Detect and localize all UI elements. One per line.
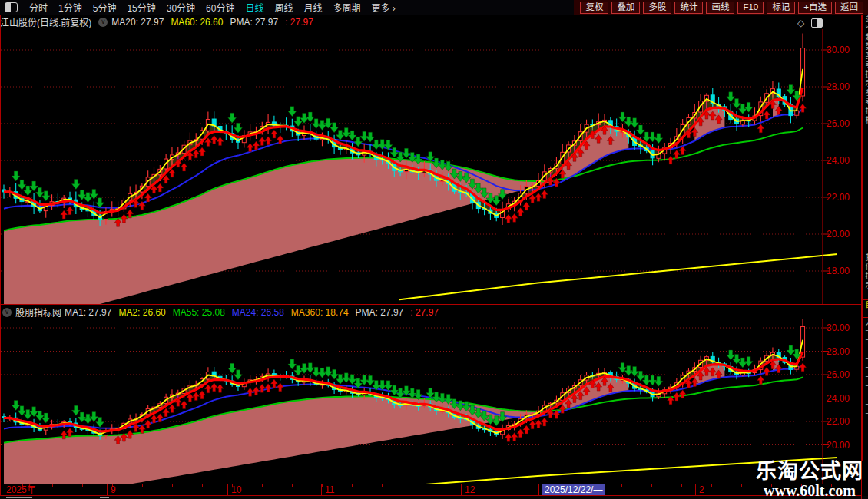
collapse-chevron-icon[interactable]: ∨: [98, 18, 108, 27]
diamond-marker-icon[interactable]: ◇: [797, 18, 804, 28]
menu-item-60分钟[interactable]: 60分钟: [206, 1, 234, 14]
menu-item-30分钟[interactable]: 30分钟: [167, 1, 195, 14]
ma-value: MA1: 27.97: [65, 307, 111, 318]
ma-value: MA24: 26.58: [232, 307, 284, 318]
price-axis-label: 30.00: [827, 322, 860, 333]
toolbar-right: 复权叠加多股统计画线F10标记+自选返回: [574, 0, 868, 15]
menu-item-分时[interactable]: 分时: [29, 1, 48, 14]
time-tick: [412, 484, 412, 487]
left-border: [0, 15, 1, 495]
watermark: 乐淘公式网 www.60lt.com: [756, 460, 863, 499]
toolbar-button-+自选[interactable]: +自选: [798, 2, 832, 14]
ma-value: MA55: 25.08: [173, 307, 225, 318]
toolbar-button-返回[interactable]: 返回: [835, 2, 863, 14]
stock-title: 江山股份(日线.前复权): [0, 15, 91, 28]
side-toolbar-segment[interactable]: 自选: [863, 300, 868, 318]
time-tick: [741, 484, 742, 487]
clipped-text: [6, 497, 32, 498]
time-tick: [382, 484, 383, 487]
time-tick: [52, 484, 53, 487]
time-axis-label: 9: [111, 484, 116, 495]
menu-item-日线[interactable]: 日线: [245, 1, 263, 14]
time-tick: [442, 484, 442, 487]
toolbar-button-F10[interactable]: F10: [737, 2, 764, 14]
time-tick: [502, 484, 502, 487]
time-tick: [651, 484, 652, 487]
menu-item-月线[interactable]: 月线: [304, 1, 323, 14]
period-menu: 分时1分钟5分钟15分钟30分钟60分钟日线周线月线多周期更多 ›: [24, 1, 401, 14]
toolbar-button-画线[interactable]: 画线: [706, 2, 734, 14]
time-separator: [695, 484, 696, 495]
window-layout-icon[interactable]: [5, 2, 18, 12]
main-chart-panel[interactable]: [0, 29, 861, 304]
time-tick: [142, 484, 143, 487]
time-axis: 2025年91011122025/12/22/—2: [0, 484, 861, 496]
ma-value: MA360: 18.74: [291, 307, 349, 318]
time-tick: [82, 484, 83, 487]
menu-item-1分钟[interactable]: 1分钟: [58, 1, 82, 14]
time-tick: [172, 484, 173, 487]
ma-value: PMA: 27.97: [356, 307, 404, 318]
right-side-toolbar: 多空趋势买卖提示参考指标其他提示自选入一一一一一一一一一一: [862, 15, 868, 461]
watermark-url: www.60lt.com: [756, 483, 863, 499]
menu-item-5分钟[interactable]: 5分钟: [93, 1, 117, 14]
price-axis-label: 26.00: [827, 118, 860, 129]
collapse-chevron-icon[interactable]: ∨: [2, 308, 12, 317]
time-tick: [322, 484, 323, 487]
price-axis-label: 18.00: [827, 266, 860, 276]
indicator-panel-title-row: ∨ 股朋指标网 MA1: 27.97MA2: 26.60MA55: 25.08M…: [0, 306, 860, 319]
time-tick: [292, 484, 293, 487]
price-axis-label: 24.00: [827, 393, 860, 404]
clipped-status-bar: [0, 496, 868, 499]
time-axis-label: 10: [231, 484, 241, 495]
trading-terminal-window: 分时1分钟5分钟15分钟30分钟60分钟日线周线月线多周期更多 › 复权叠加多股…: [0, 0, 868, 499]
menu-item-周线[interactable]: 周线: [274, 1, 293, 14]
panel-divider: [0, 304, 861, 305]
clipped-text: [100, 497, 109, 498]
price-axis-label: 22.00: [827, 192, 860, 203]
time-separator: [107, 484, 108, 495]
ma-values-row: MA1: 27.97MA2: 26.60MA55: 25.08MA24: 26.…: [65, 307, 446, 318]
price-axis-label: 20.00: [827, 440, 860, 451]
side-toolbar-segment[interactable]: 其他提示: [863, 253, 868, 300]
split-window-icon[interactable]: [811, 18, 823, 28]
toolbar-button-多股[interactable]: 多股: [643, 2, 671, 14]
price-axis-label: 24.00: [827, 155, 860, 166]
time-tick: [532, 484, 532, 487]
time-axis-label: 2: [699, 484, 704, 495]
time-tick: [202, 484, 203, 487]
top-menu-bar: 分时1分钟5分钟15分钟30分钟60分钟日线周线月线多周期更多 › 复权叠加多股…: [0, 0, 868, 15]
menu-item-更多 ›[interactable]: 更多 ›: [372, 1, 396, 14]
price-axis-label: 28.00: [827, 346, 860, 357]
ma-value: : 27.97: [285, 17, 313, 28]
time-axis-label: 2025年: [6, 484, 36, 495]
toolbar-button-统计[interactable]: 统计: [674, 2, 703, 14]
ma-value: MA20: 27.97: [111, 17, 164, 28]
indicator-name: 股朋指标网: [15, 306, 61, 319]
side-toolbar-segment[interactable]: 入一一一一一一一一一一: [863, 318, 868, 461]
indicator-chart-panel[interactable]: [0, 319, 861, 484]
menu-item-15分钟[interactable]: 15分钟: [127, 1, 155, 14]
side-toolbar-segment[interactable]: 多空趋势买卖提示参考指标: [863, 15, 868, 253]
ma-value: MA2: 26.60: [118, 307, 165, 318]
price-axis-label: 26.00: [827, 369, 860, 380]
ma-value: : 27.97: [410, 307, 439, 318]
time-tick: [352, 484, 353, 487]
toolbar-button-标记[interactable]: 标记: [767, 2, 795, 14]
watermark-site-name: 乐淘公式网: [756, 460, 863, 483]
time-tick: [262, 484, 263, 487]
toolbar-button-叠加[interactable]: 叠加: [611, 2, 640, 14]
price-axis-label: 28.00: [827, 81, 860, 92]
right-border: [861, 15, 862, 499]
menu-item-多周期[interactable]: 多周期: [333, 1, 361, 14]
time-axis-label: 11: [325, 484, 334, 495]
price-axis-label: 22.00: [827, 416, 860, 427]
selected-date-label: 2025/12/22/—: [542, 484, 605, 495]
time-axis-label: 12: [465, 484, 475, 495]
time-tick: [681, 484, 682, 487]
price-axis-label: 30.00: [827, 45, 860, 55]
time-separator: [321, 484, 322, 495]
toolbar-button-复权[interactable]: 复权: [580, 2, 608, 14]
time-tick: [621, 484, 622, 487]
ma-value: MA60: 26.60: [171, 17, 223, 28]
